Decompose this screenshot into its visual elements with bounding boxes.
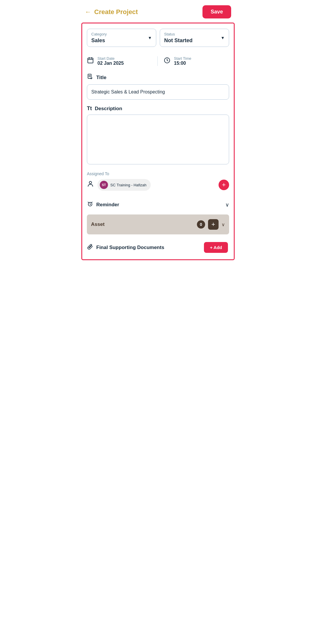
calendar-icon [87, 57, 94, 66]
status-select[interactable]: Status Not Started ▼ [160, 29, 229, 47]
header-left: ← Create Project [85, 8, 138, 16]
description-section-label: Description [95, 106, 122, 112]
assignee-name: SC Training - Hafizah [110, 183, 147, 187]
start-time-label: Start Time [174, 56, 191, 61]
asset-add-button[interactable]: + [208, 219, 219, 230]
description-textarea[interactable] [87, 115, 229, 164]
date-time-row: Start Date 02 Jan 2025 Start Time 15:00 [87, 53, 229, 71]
text-format-icon: Tt [87, 105, 92, 112]
start-time-value: 15:00 [174, 61, 191, 66]
asset-count: 0 [197, 220, 205, 229]
status-value: Not Started [164, 38, 225, 44]
assigned-left: ST SC Training - Hafizah [87, 179, 151, 191]
svg-line-6 [167, 60, 168, 61]
svg-line-15 [92, 202, 92, 203]
start-date-content: Start Date 02 Jan 2025 [97, 56, 124, 66]
title-input[interactable] [87, 84, 229, 100]
category-dropdown-icon: ▼ [148, 35, 152, 40]
title-section-label: Title [96, 75, 107, 81]
svg-rect-0 [88, 58, 93, 63]
start-date-value: 02 Jan 2025 [97, 61, 124, 66]
svg-point-10 [89, 181, 92, 184]
page-title: Create Project [94, 8, 138, 16]
category-label: Category [91, 32, 152, 36]
asset-chevron-icon[interactable]: ∨ [221, 222, 225, 227]
avatar: ST [100, 181, 108, 189]
paperclip-icon [87, 243, 93, 251]
assigned-to-row: ST SC Training - Hafizah + [87, 179, 229, 191]
assigned-to-label: Assigned To [87, 171, 229, 176]
category-select[interactable]: Category Sales ▼ [87, 29, 156, 47]
person-icon [87, 180, 94, 189]
reminder-chevron-icon: ∨ [225, 202, 229, 208]
clock-icon [164, 57, 171, 66]
assignee-chip[interactable]: ST SC Training - Hafizah [97, 179, 151, 191]
asset-row: Asset 0 + ∨ [87, 214, 229, 234]
reminder-row[interactable]: Reminder ∨ [87, 197, 229, 214]
page-header: ← Create Project Save [79, 0, 237, 23]
category-value: Sales [91, 38, 152, 44]
status-dropdown-icon: ▼ [221, 35, 225, 40]
reminder-left: Reminder [87, 201, 119, 209]
add-assignee-button[interactable]: + [219, 180, 229, 190]
asset-label: Asset [91, 222, 104, 227]
asset-right: 0 + ∨ [197, 219, 225, 230]
description-section-heading: Tt Description [87, 105, 229, 112]
save-button[interactable]: Save [202, 5, 231, 18]
title-section-heading: Title [87, 74, 229, 81]
start-time-block[interactable]: Start Time 15:00 [158, 56, 229, 66]
title-document-icon [87, 74, 93, 81]
reminder-alarm-icon [87, 201, 93, 209]
svg-line-14 [88, 202, 89, 203]
start-time-content: Start Time 15:00 [174, 56, 191, 66]
category-status-row: Category Sales ▼ Status Not Started ▼ [87, 29, 229, 47]
svg-rect-7 [88, 74, 91, 79]
start-date-block[interactable]: Start Date 02 Jan 2025 [87, 56, 158, 66]
final-docs-label: Final Supporting Documents [96, 245, 164, 251]
form-container: Category Sales ▼ Status Not Started ▼ St… [81, 23, 235, 260]
start-date-label: Start Date [97, 56, 124, 61]
add-docs-button[interactable]: + Add [204, 242, 228, 253]
final-docs-row: Final Supporting Documents + Add [87, 239, 229, 254]
final-docs-left: Final Supporting Documents [87, 243, 164, 251]
back-button[interactable]: ← [85, 8, 91, 16]
svg-line-13 [90, 204, 91, 205]
status-label: Status [164, 32, 225, 36]
reminder-label: Reminder [96, 202, 119, 208]
